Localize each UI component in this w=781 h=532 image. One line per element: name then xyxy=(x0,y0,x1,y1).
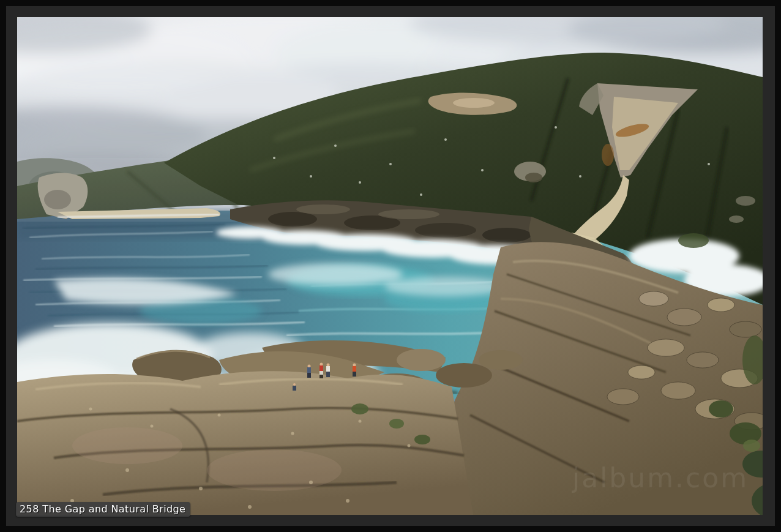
photo: jalbum.com xyxy=(17,17,763,515)
watermark: jalbum.com xyxy=(572,462,749,493)
landscape-photo-rendering: jalbum.com xyxy=(17,17,763,515)
person xyxy=(307,365,311,378)
foreground-rocks xyxy=(17,371,473,515)
person xyxy=(353,364,356,377)
photo-viewer-page: { "frame": { "outer_border_color": "#0a0… xyxy=(0,0,781,532)
person xyxy=(326,364,330,378)
photo-caption: 258 The Gap and Natural Bridge xyxy=(16,502,190,517)
person xyxy=(320,363,323,379)
